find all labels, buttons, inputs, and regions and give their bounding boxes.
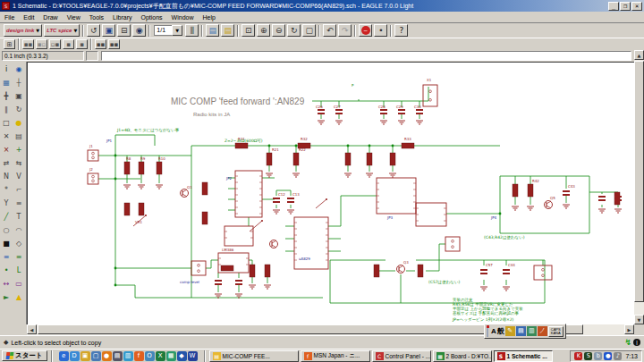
task-board-button[interactable]: ▦2 Board - D:¥TO...: [433, 350, 492, 362]
menu-tools[interactable]: Tools: [85, 13, 108, 21]
task-control-panel-button[interactable]: CControl Panel - ...: [372, 350, 431, 362]
scroll-left-button[interactable]: ◀: [27, 324, 37, 334]
zoom-select-button[interactable]: ▢: [302, 24, 316, 37]
arc-tool-icon[interactable]: ◠: [13, 223, 25, 237]
ql-image-icon[interactable]: ▦: [166, 351, 176, 361]
scroll-up-button[interactable]: ▲: [634, 50, 644, 60]
ql-monitor-icon[interactable]: ▥: [123, 351, 133, 361]
command-input[interactable]: [101, 51, 631, 61]
tray-volume-icon[interactable]: ♪: [614, 352, 622, 360]
junction-tool-icon[interactable]: •: [0, 264, 13, 277]
ql-desktop-icon[interactable]: ▤: [113, 351, 123, 361]
mirror-tool-icon[interactable]: ∥: [0, 103, 13, 116]
coordinate-mode-box[interactable]: [86, 51, 98, 61]
paste-tool-icon[interactable]: ▤: [13, 130, 25, 143]
task-schematic-button[interactable]: S1 Schematic ...: [494, 350, 553, 362]
vertical-scrollbar[interactable]: ▲ ▼: [634, 50, 644, 324]
zoom-out-button[interactable]: ⊖: [272, 24, 285, 37]
ql-excel-icon[interactable]: X: [156, 351, 165, 361]
task-explorer-button[interactable]: ▤MIC-COMP FEE...: [209, 350, 299, 362]
ql-firefox-icon[interactable]: f: [134, 351, 144, 361]
scroll-right-button[interactable]: ▶: [624, 324, 634, 334]
ql-photo-icon[interactable]: ▣: [80, 351, 90, 361]
menu-file[interactable]: File: [0, 13, 19, 21]
ql-word-icon[interactable]: W: [188, 351, 198, 361]
ime-dict-icon[interactable]: ▥: [527, 326, 537, 336]
invoke-tool-icon[interactable]: ≡: [13, 197, 25, 210]
ime-pad-icon[interactable]: ▤: [516, 326, 526, 336]
ime-toolbar[interactable]: A 般 ✎▤▥ノ CAPSKANA: [484, 324, 566, 339]
smash-tool-icon[interactable]: *: [0, 183, 13, 197]
scroll-down-button[interactable]: ▼: [634, 315, 644, 324]
sheet-combo[interactable]: 1/1▼: [154, 25, 182, 37]
name-tool-icon[interactable]: N: [0, 170, 13, 183]
split-tool-icon[interactable]: Y: [0, 197, 13, 210]
help-button[interactable]: ?: [394, 24, 408, 37]
option-3-button[interactable]: ▫▪: [49, 39, 61, 49]
group-tool-icon[interactable]: □: [0, 116, 13, 130]
erc-tool-icon[interactable]: ►: [0, 290, 13, 304]
ql-sphere-icon[interactable]: ◆: [177, 351, 187, 361]
menu-library[interactable]: Library: [108, 13, 136, 21]
print-button[interactable]: ⊟: [117, 24, 131, 37]
restore-button[interactable]: ❐: [620, 2, 631, 11]
miter-tool-icon[interactable]: ⌐: [13, 183, 25, 197]
zoom-redraw-button[interactable]: ↻: [287, 24, 301, 37]
zoom-fit-button[interactable]: ⊡: [242, 24, 255, 37]
design-link-dropdown[interactable]: design link▼: [4, 24, 42, 37]
ime-prop-icon[interactable]: ノ: [538, 326, 547, 336]
sheet-blue-button[interactable]: ▤: [206, 24, 219, 37]
delete-tool-icon[interactable]: ×: [0, 143, 13, 156]
change-tool-icon[interactable]: ●: [13, 116, 25, 130]
tray-network-icon[interactable]: ●: [604, 352, 612, 360]
dimension-tool-icon[interactable]: ↔: [0, 277, 13, 290]
add-tool-icon[interactable]: +: [13, 143, 25, 156]
option-2-button[interactable]: ▪▫: [36, 39, 47, 49]
ime-tools-icon[interactable]: ✎: [505, 326, 515, 336]
rotate-tool-icon[interactable]: ↻: [13, 103, 25, 116]
pinswap-tool-icon[interactable]: ⇄: [0, 156, 13, 170]
ime-conversion-mode[interactable]: 般: [497, 326, 504, 336]
tray-shield-icon[interactable]: S: [584, 352, 592, 360]
redo-button[interactable]: ↷: [338, 24, 352, 37]
ql-media-icon[interactable]: ●: [102, 351, 112, 361]
cut-tool-icon[interactable]: ✕: [0, 130, 13, 143]
polygon-tool-icon[interactable]: ◇: [13, 237, 25, 250]
menu-window[interactable]: Window: [167, 13, 199, 21]
ql-globe-icon[interactable]: O: [145, 351, 155, 361]
go-button[interactable]: •: [374, 24, 387, 37]
schematic-canvas[interactable]: C26C27C28C29C30PX1J1J2R8R9R10R31R32R33R2…: [27, 62, 634, 324]
replace-tool-icon[interactable]: ⇆: [13, 156, 25, 170]
ime-caps-kana-button[interactable]: CAPSKANA: [548, 326, 564, 337]
task-browser-button[interactable]: fMSN Japan - ニ...: [301, 350, 370, 362]
info-tool-icon[interactable]: i: [0, 63, 13, 76]
menu-options[interactable]: Options: [136, 13, 166, 21]
label-tool-icon[interactable]: L: [13, 264, 25, 277]
frame-tool-icon[interactable]: ▭: [13, 277, 25, 290]
sheet-yellow-button[interactable]: ▤: [221, 24, 234, 37]
stop-button[interactable]: –: [359, 24, 372, 37]
wire-tool-icon[interactable]: ╱: [0, 210, 13, 223]
circle-tool-icon[interactable]: ○: [0, 223, 13, 237]
ql-window-icon[interactable]: ▢: [91, 351, 101, 361]
start-button[interactable]: スタート: [2, 350, 47, 361]
option-5-button[interactable]: ▪: [76, 39, 88, 49]
option-4-button[interactable]: ▪: [63, 39, 74, 49]
grid-button[interactable]: ⊞: [4, 39, 15, 49]
menu-view[interactable]: View: [63, 13, 85, 21]
ql-ie-icon[interactable]: e: [59, 351, 69, 361]
tray-bird-icon[interactable]: b: [594, 352, 602, 360]
open-button[interactable]: ↺: [87, 24, 100, 37]
copy-tool-icon[interactable]: ▣: [13, 89, 25, 103]
option-6-button[interactable]: ▪▪: [95, 39, 106, 49]
rect-tool-icon[interactable]: ■: [0, 237, 13, 250]
option-7-button[interactable]: ▪▪: [108, 39, 120, 49]
menu-help[interactable]: Help: [199, 13, 220, 21]
show-tool-icon[interactable]: ◉: [13, 63, 25, 76]
text-tool-icon[interactable]: T: [13, 210, 25, 223]
cam-button[interactable]: ◉: [132, 24, 146, 37]
option-1-button[interactable]: ▪▪: [22, 39, 34, 49]
display-tool-icon[interactable]: ▦: [0, 76, 13, 89]
save-button[interactable]: ▣: [102, 24, 115, 37]
mark-tool-icon[interactable]: ┼: [13, 76, 25, 89]
